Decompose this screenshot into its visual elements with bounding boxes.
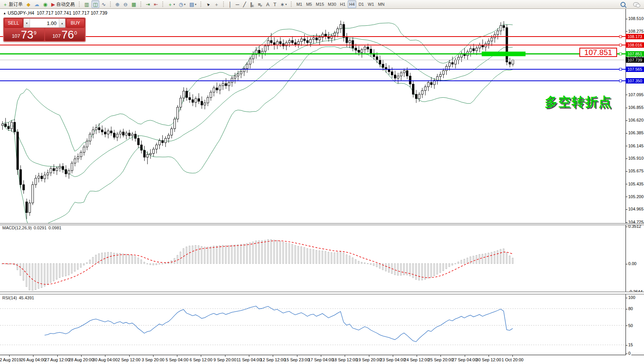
- macd-histogram-bar: [255, 241, 257, 264]
- rsi-line: [45, 306, 513, 342]
- level-line-handle[interactable]: [619, 35, 622, 38]
- time-axis[interactable]: 22 Aug 201926 Aug 04:0027 Aug 12:0028 Au…: [0, 355, 644, 364]
- tf-m1-button[interactable]: M1: [295, 0, 304, 8]
- arrows-button-caret-icon[interactable]: ▾: [285, 3, 287, 6]
- level-line-handle[interactable]: [619, 44, 622, 46]
- vertical-line-button[interactable]: │: [227, 0, 233, 8]
- time-tick: [33, 355, 33, 357]
- macd-histogram-bar: [249, 243, 250, 264]
- tf-d1-button[interactable]: D1: [357, 0, 365, 8]
- main-chart-canvas[interactable]: [0, 8, 626, 223]
- candle-body: [13, 122, 15, 132]
- chart-shift-button[interactable]: ⇤: [152, 0, 160, 8]
- macd-histogram-bar: [328, 252, 329, 264]
- level-line-handle[interactable]: [619, 80, 622, 82]
- candle-body: [367, 47, 369, 49]
- candle-body: [249, 59, 251, 64]
- macd-panel-canvas[interactable]: [0, 225, 626, 292]
- collapse-triangle-icon[interactable]: ▲: [3, 12, 6, 15]
- macd-panel-separator[interactable]: [0, 223, 644, 225]
- tf-w1-button[interactable]: W1: [366, 0, 376, 8]
- macd-histogram-bar: [65, 264, 66, 276]
- macd-histogram-bar: [443, 264, 444, 271]
- equidistant-channel-button[interactable]: ∥E: [249, 0, 256, 8]
- bar-chart-button[interactable]: ▥: [83, 0, 90, 8]
- tf-h4-button[interactable]: H4: [348, 0, 356, 8]
- highlight-zone-rect[interactable]: [482, 52, 526, 56]
- macd-histogram-bar: [355, 259, 356, 264]
- line-chart-button[interactable]: ∿: [100, 0, 107, 8]
- candle-body: [77, 157, 79, 159]
- candle-body: [68, 171, 70, 174]
- macd-histogram-bar: [482, 254, 483, 264]
- templates-button[interactable]: ▤▾: [188, 0, 198, 8]
- volume-decrease-button[interactable]: ▼: [24, 19, 30, 27]
- candle-body: [110, 131, 112, 133]
- tf-m30-button-label: M30: [328, 2, 336, 7]
- buy-button[interactable]: BUY: [66, 18, 85, 28]
- candle-body: [436, 77, 438, 80]
- candle-body: [231, 78, 233, 82]
- cursor-button[interactable]: ►: [204, 0, 212, 8]
- tf-m15-button[interactable]: M15: [314, 0, 325, 8]
- templates-button-caret-icon[interactable]: ▾: [195, 3, 196, 6]
- macd-histogram-bar: [479, 254, 480, 264]
- candle-body: [204, 103, 206, 105]
- macd-histogram-bar: [77, 264, 78, 269]
- label-button[interactable]: T: [272, 0, 278, 8]
- candle-body: [382, 64, 384, 67]
- search-icon[interactable]: [619, 0, 627, 8]
- candle-body: [337, 29, 339, 33]
- new-order-button[interactable]: ＋新订单: [1, 0, 24, 8]
- macd-histogram-bar: [252, 242, 254, 264]
- candle-body: [488, 41, 490, 44]
- fibonacci-button[interactable]: ≡F: [256, 0, 264, 8]
- level-line-handle[interactable]: [619, 68, 622, 70]
- tf-m5-button[interactable]: M5: [305, 0, 314, 8]
- candle-body: [195, 99, 197, 102]
- tf-h1-button[interactable]: H1: [339, 0, 347, 8]
- tile-windows-button[interactable]: ▦: [130, 0, 138, 8]
- candle-body: [210, 92, 212, 97]
- sell-price-display[interactable]: 107 73 9: [4, 28, 44, 41]
- sell-button[interactable]: SELL: [4, 18, 23, 28]
- zoom-in-button[interactable]: ⊕: [114, 0, 121, 8]
- horizontal-line-button[interactable]: ─: [234, 0, 240, 8]
- rsi-panel-separator[interactable]: [0, 292, 644, 294]
- text-button[interactable]: A: [265, 0, 271, 8]
- buy-price-display[interactable]: 107 76 0: [45, 28, 85, 41]
- level-line-handle[interactable]: [619, 53, 622, 55]
- price-annotation-box[interactable]: 107.851: [579, 48, 617, 57]
- tf-m30-button[interactable]: M30: [326, 0, 337, 8]
- indicators-add-button-caret-icon[interactable]: ▾: [174, 3, 175, 6]
- candlestick-chart-button[interactable]: ◫: [92, 0, 99, 8]
- data-window-icon[interactable]: ☁: [33, 0, 41, 8]
- volume-increase-button[interactable]: ▲: [59, 19, 65, 27]
- candle-body: [234, 76, 236, 78]
- periods-button[interactable]: ◷▾: [177, 0, 187, 8]
- turning-point-note[interactable]: 多空转折点: [545, 94, 612, 111]
- volume-input[interactable]: 1.00: [30, 19, 59, 27]
- tf-mn-button[interactable]: MN: [376, 0, 386, 8]
- candle-body: [153, 149, 155, 154]
- chart-header: ▲USDJPY-,H4 107.717 107.741 107.717 107.…: [3, 10, 107, 16]
- macd-histogram-bar: [316, 250, 317, 264]
- arrows-button[interactable]: ∗▾: [279, 0, 288, 8]
- auto-scroll-button[interactable]: ⇥: [144, 0, 152, 8]
- macd-histogram-bar: [461, 260, 462, 264]
- chat-icon[interactable]: [632, 0, 641, 8]
- rsi-panel-canvas[interactable]: [0, 295, 626, 355]
- candle-body: [186, 91, 188, 98]
- macd-histogram-bar: [222, 245, 224, 264]
- autotrading-button[interactable]: ▶自动交易: [50, 0, 76, 8]
- crosshair-button[interactable]: ＋: [212, 0, 220, 8]
- tf-m1-button-label: M1: [296, 2, 302, 7]
- zoom-out-button[interactable]: ⊖: [122, 0, 129, 8]
- macd-histogram-bar: [150, 264, 151, 265]
- indicators-add-button[interactable]: ＋▾: [166, 0, 177, 8]
- market-watch-icon[interactable]: ◆: [25, 0, 32, 8]
- signals-icon[interactable]: ◉: [42, 0, 49, 8]
- periods-button-caret-icon[interactable]: ▾: [184, 3, 185, 6]
- candle-body: [98, 128, 100, 130]
- trendline-button[interactable]: ╱: [242, 0, 248, 8]
